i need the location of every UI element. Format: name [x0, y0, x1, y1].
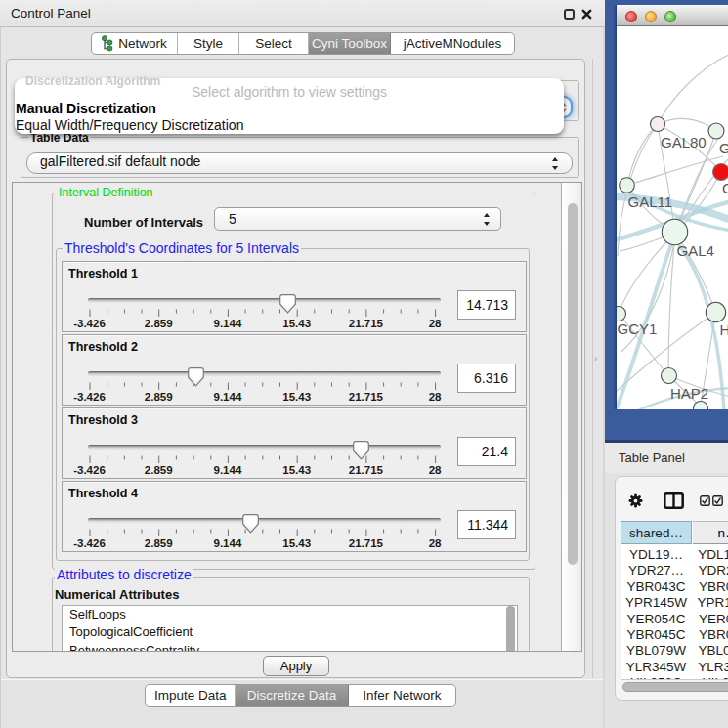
svg-text:H: H [720, 321, 728, 338]
svg-text:GAL80: GAL80 [661, 134, 707, 150]
svg-text:GAL4: GAL4 [677, 242, 714, 259]
svg-text:GCY1: GCY1 [618, 321, 658, 337]
svg-text:GAL11: GAL11 [628, 193, 673, 210]
svg-text:C: C [722, 180, 728, 196]
svg-text:HAP2: HAP2 [670, 385, 708, 402]
svg-text:GA: GA [719, 140, 728, 156]
